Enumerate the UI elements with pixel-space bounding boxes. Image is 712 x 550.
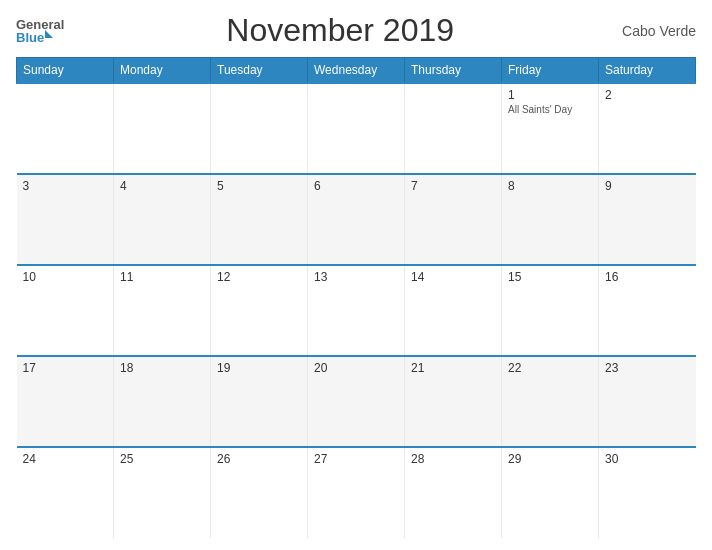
country-label: Cabo Verde xyxy=(616,23,696,39)
calendar-cell xyxy=(405,83,502,174)
weekday-header-wednesday: Wednesday xyxy=(308,58,405,84)
day-number: 3 xyxy=(23,179,108,193)
calendar-cell: 2 xyxy=(599,83,696,174)
calendar-cell: 27 xyxy=(308,447,405,538)
day-number: 19 xyxy=(217,361,301,375)
calendar-week-row: 10111213141516 xyxy=(17,265,696,356)
calendar-cell: 5 xyxy=(211,174,308,265)
calendar-cell xyxy=(211,83,308,174)
calendar-cell: 1All Saints' Day xyxy=(502,83,599,174)
calendar-cell: 17 xyxy=(17,356,114,447)
calendar-cell xyxy=(114,83,211,174)
calendar-cell: 13 xyxy=(308,265,405,356)
day-number: 11 xyxy=(120,270,204,284)
day-number: 10 xyxy=(23,270,108,284)
calendar-cell: 19 xyxy=(211,356,308,447)
day-number: 2 xyxy=(605,88,690,102)
day-number: 1 xyxy=(508,88,592,102)
day-number: 8 xyxy=(508,179,592,193)
calendar-cell: 14 xyxy=(405,265,502,356)
day-number: 23 xyxy=(605,361,690,375)
calendar-cell: 16 xyxy=(599,265,696,356)
day-number: 13 xyxy=(314,270,398,284)
weekday-header-thursday: Thursday xyxy=(405,58,502,84)
calendar-cell: 6 xyxy=(308,174,405,265)
day-number: 24 xyxy=(23,452,108,466)
logo-general-text: General xyxy=(16,18,64,31)
calendar-cell: 23 xyxy=(599,356,696,447)
logo: General Blue xyxy=(16,18,64,44)
calendar-week-row: 3456789 xyxy=(17,174,696,265)
day-number: 15 xyxy=(508,270,592,284)
logo-blue-text: Blue xyxy=(16,31,44,44)
calendar-cell: 7 xyxy=(405,174,502,265)
calendar-cell xyxy=(308,83,405,174)
day-number: 17 xyxy=(23,361,108,375)
calendar-cell: 4 xyxy=(114,174,211,265)
calendar-cell: 3 xyxy=(17,174,114,265)
day-number: 26 xyxy=(217,452,301,466)
day-number: 28 xyxy=(411,452,495,466)
day-number: 4 xyxy=(120,179,204,193)
calendar-cell: 29 xyxy=(502,447,599,538)
calendar-cell: 12 xyxy=(211,265,308,356)
calendar-cell: 26 xyxy=(211,447,308,538)
day-number: 9 xyxy=(605,179,690,193)
weekday-header-monday: Monday xyxy=(114,58,211,84)
calendar-week-row: 1All Saints' Day2 xyxy=(17,83,696,174)
calendar-cell: 10 xyxy=(17,265,114,356)
calendar-title: November 2019 xyxy=(64,12,616,49)
calendar-cell: 8 xyxy=(502,174,599,265)
page-header: General Blue November 2019 Cabo Verde xyxy=(16,12,696,49)
calendar-cell: 15 xyxy=(502,265,599,356)
calendar-cell: 30 xyxy=(599,447,696,538)
holiday-label: All Saints' Day xyxy=(508,104,592,115)
calendar-week-row: 24252627282930 xyxy=(17,447,696,538)
calendar-cell: 25 xyxy=(114,447,211,538)
day-number: 21 xyxy=(411,361,495,375)
day-number: 22 xyxy=(508,361,592,375)
calendar-cell: 28 xyxy=(405,447,502,538)
day-number: 6 xyxy=(314,179,398,193)
day-number: 29 xyxy=(508,452,592,466)
weekday-header-sunday: Sunday xyxy=(17,58,114,84)
day-number: 14 xyxy=(411,270,495,284)
calendar-cell: 24 xyxy=(17,447,114,538)
calendar-cell: 22 xyxy=(502,356,599,447)
weekday-header-row: SundayMondayTuesdayWednesdayThursdayFrid… xyxy=(17,58,696,84)
calendar-cell: 9 xyxy=(599,174,696,265)
day-number: 12 xyxy=(217,270,301,284)
calendar-table: SundayMondayTuesdayWednesdayThursdayFrid… xyxy=(16,57,696,538)
calendar-cell xyxy=(17,83,114,174)
day-number: 18 xyxy=(120,361,204,375)
day-number: 30 xyxy=(605,452,690,466)
day-number: 25 xyxy=(120,452,204,466)
calendar-cell: 20 xyxy=(308,356,405,447)
weekday-header-tuesday: Tuesday xyxy=(211,58,308,84)
calendar-cell: 11 xyxy=(114,265,211,356)
logo-triangle-icon xyxy=(45,30,53,38)
day-number: 20 xyxy=(314,361,398,375)
calendar-week-row: 17181920212223 xyxy=(17,356,696,447)
calendar-cell: 21 xyxy=(405,356,502,447)
day-number: 16 xyxy=(605,270,690,284)
weekday-header-friday: Friday xyxy=(502,58,599,84)
day-number: 7 xyxy=(411,179,495,193)
calendar-cell: 18 xyxy=(114,356,211,447)
day-number: 27 xyxy=(314,452,398,466)
weekday-header-saturday: Saturday xyxy=(599,58,696,84)
day-number: 5 xyxy=(217,179,301,193)
